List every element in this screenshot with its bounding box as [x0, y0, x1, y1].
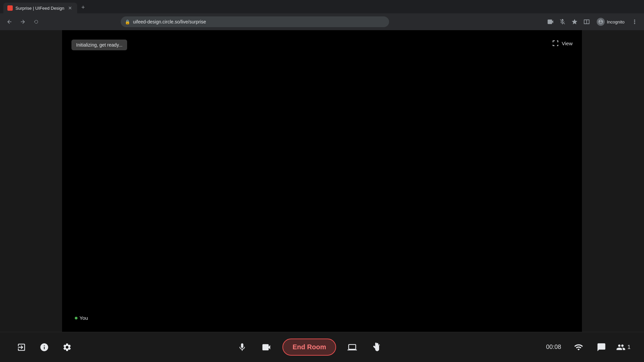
- right-sidebar: [582, 30, 644, 332]
- you-dot: [75, 317, 77, 319]
- settings-button[interactable]: [59, 339, 75, 355]
- info-button[interactable]: [36, 339, 52, 355]
- left-sidebar: [0, 30, 62, 332]
- forward-button[interactable]: [17, 16, 28, 27]
- main-content: Initializing, get ready... View You: [0, 30, 644, 362]
- init-badge: Initializing, get ready...: [71, 40, 127, 50]
- toolbar-center: End Room: [75, 339, 544, 356]
- back-button[interactable]: [4, 16, 15, 27]
- view-button[interactable]: View: [552, 40, 573, 47]
- screen-share-button[interactable]: [344, 339, 360, 355]
- participants-count[interactable]: 1: [616, 343, 631, 352]
- mic-off-icon[interactable]: [557, 16, 568, 27]
- chat-button[interactable]: [593, 339, 609, 355]
- sidebar-icon[interactable]: [581, 16, 592, 27]
- address-bar[interactable]: 🔒 uifeed-design.circle.so/live/surprise: [121, 16, 389, 27]
- microphone-button[interactable]: [234, 339, 250, 355]
- video-container: Initializing, get ready... View You: [0, 30, 644, 332]
- new-tab-button[interactable]: +: [78, 3, 88, 12]
- you-label: You: [71, 313, 91, 322]
- signal-strength-button[interactable]: [571, 339, 587, 355]
- toolbar-right-controls: 00:08 1: [544, 339, 631, 355]
- bottom-toolbar: End Room 00:08: [0, 332, 644, 362]
- raise-hand-button[interactable]: [368, 339, 384, 355]
- url-text: uifeed-design.circle.so/live/surprise: [133, 19, 385, 24]
- init-message: Initializing, get ready...: [76, 42, 122, 48]
- active-tab[interactable]: Surprise | UIFeed Design ✕: [3, 3, 77, 13]
- browser-toolbar-right: Incognito: [545, 16, 640, 27]
- timer-display: 00:08: [544, 344, 564, 351]
- tab-bar: Surprise | UIFeed Design ✕ +: [0, 0, 644, 13]
- refresh-button[interactable]: [31, 16, 42, 27]
- you-text: You: [79, 315, 88, 321]
- end-room-label: End Room: [292, 343, 326, 351]
- address-bar-row: 🔒 uifeed-design.circle.so/live/surprise: [0, 13, 644, 30]
- star-icon[interactable]: [569, 16, 580, 27]
- incognito-avatar: [597, 18, 605, 26]
- more-options-icon[interactable]: [629, 16, 640, 27]
- incognito-label: Incognito: [607, 19, 625, 24]
- camera-button[interactable]: [258, 339, 274, 355]
- toolbar-left-controls: [13, 339, 75, 355]
- end-room-button[interactable]: End Room: [282, 339, 336, 356]
- tab-favicon: [7, 5, 13, 11]
- view-label: View: [562, 41, 573, 46]
- camera-icon[interactable]: [545, 16, 556, 27]
- lock-icon: 🔒: [125, 19, 130, 24]
- leave-button[interactable]: [13, 339, 30, 355]
- participants-number: 1: [628, 344, 631, 351]
- video-area: Initializing, get ready... View You: [62, 30, 582, 332]
- tab-title: Surprise | UIFeed Design: [15, 6, 64, 11]
- tab-close-button[interactable]: ✕: [67, 5, 73, 11]
- incognito-badge[interactable]: Incognito: [593, 16, 628, 27]
- browser-chrome: Surprise | UIFeed Design ✕ + 🔒 uifeed-de…: [0, 0, 644, 30]
